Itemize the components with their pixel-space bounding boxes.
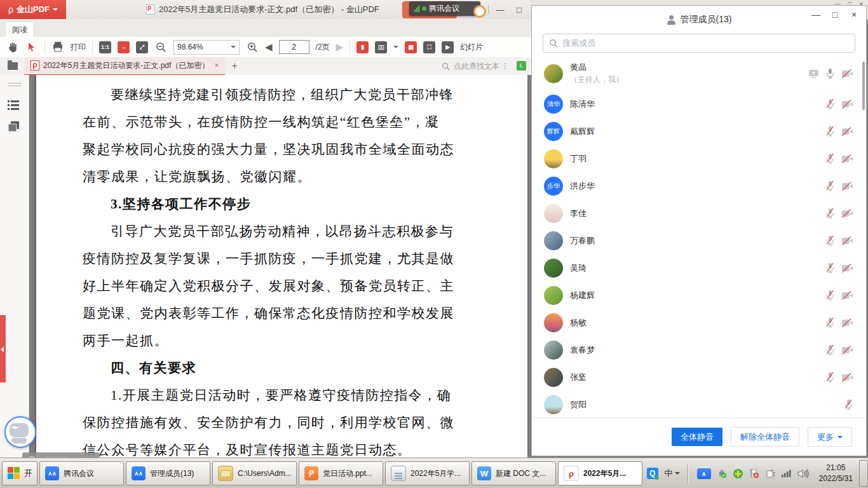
single-page-icon[interactable]: ▮ <box>356 41 369 53</box>
maximize-button[interactable]: □ <box>510 5 529 15</box>
mic-muted-icon[interactable] <box>825 290 835 301</box>
camera-off-icon[interactable] <box>841 264 853 273</box>
taskbar-button[interactable]: 2022年5月学... <box>385 461 470 485</box>
rail-grip-icon[interactable] <box>8 83 21 84</box>
chevron-down-icon[interactable] <box>393 46 398 48</box>
mic-muted-icon[interactable] <box>825 126 835 137</box>
assistant-robot-icon[interactable] <box>4 416 36 448</box>
thumbnails-panel-icon[interactable] <box>7 121 20 135</box>
ime-indicator[interactable]: 中 <box>665 468 680 479</box>
taskbar-button[interactable]: ∧∧腾讯会议 <box>39 461 124 485</box>
usb-device-icon[interactable] <box>717 468 727 478</box>
taskbar-button[interactable]: W新建 DOC 文... <box>471 461 556 485</box>
page-number-input[interactable]: 2 <box>279 40 309 54</box>
more-button[interactable]: 更多 <box>808 427 852 447</box>
mute-all-button[interactable]: 全体静音 <box>672 428 722 446</box>
action-center-flag-icon[interactable] <box>749 468 759 478</box>
mic-muted-icon[interactable] <box>825 372 835 383</box>
camera-off-icon[interactable] <box>841 373 853 382</box>
camera-off-icon[interactable] <box>841 100 853 109</box>
camera-off-icon[interactable] <box>841 182 853 191</box>
network-signal-icon[interactable] <box>781 469 792 478</box>
new-tab-button[interactable]: + <box>231 60 237 72</box>
outline-panel-icon[interactable] <box>7 99 20 113</box>
tab-close-icon[interactable]: × <box>214 61 219 70</box>
camera-off-icon[interactable] <box>841 69 853 78</box>
screen-share-icon[interactable] <box>808 69 819 78</box>
taskbar-button[interactable]: ᑭ党日活动.ppt... <box>299 461 383 485</box>
start-button[interactable]: 开始 <box>2 461 37 485</box>
qq-tray-icon[interactable]: Q <box>647 468 658 479</box>
more-options-icon[interactable]: ⋮ <box>501 62 510 71</box>
select-tool-icon[interactable] <box>25 41 38 53</box>
camera-off-icon[interactable] <box>841 127 853 136</box>
close-button[interactable]: × <box>848 10 860 20</box>
member-row[interactable]: 杨敏 <box>532 309 866 336</box>
fit-width-icon[interactable]: ↔ <box>118 41 130 53</box>
fullscreen-icon[interactable]: ⛶ <box>423 41 435 53</box>
fit-page-icon[interactable]: ⤢ <box>136 41 148 53</box>
maximize-button[interactable]: □ <box>829 10 841 20</box>
show-desktop-button[interactable] <box>859 460 868 487</box>
taskbar-button[interactable]: ∧∧管理成员(13) <box>126 461 210 485</box>
mic-muted-icon[interactable] <box>825 344 835 355</box>
meeting-chat-quick-bar[interactable]: 说点什么... ‹ <box>22 452 100 458</box>
continuous-view-icon[interactable]: ▤ <box>405 41 417 53</box>
login-avatar-chip[interactable]: L <box>517 61 526 71</box>
power-plug-icon[interactable] <box>765 468 775 478</box>
zoom-in-icon[interactable] <box>246 41 259 53</box>
mic-muted-icon[interactable] <box>825 98 835 109</box>
volume-icon[interactable] <box>797 469 809 478</box>
camera-off-icon[interactable] <box>841 154 853 163</box>
previous-page-button[interactable]: ◀ <box>265 41 273 53</box>
mic-muted-icon[interactable] <box>825 180 835 191</box>
member-row[interactable]: 万春鹏 <box>532 227 866 254</box>
meeting-tray-icon[interactable]: ∧ <box>697 468 711 479</box>
hand-tool-icon[interactable] <box>6 41 19 53</box>
camera-off-icon[interactable] <box>841 209 853 218</box>
tab-read[interactable]: 阅读 <box>5 22 34 37</box>
print-group[interactable]: 打印 <box>45 40 93 54</box>
kingsoft-pdf-menu-button[interactable]: ρ 金山PDF <box>0 0 66 19</box>
zoom-out-icon[interactable] <box>154 41 167 53</box>
slideshow-icon[interactable]: ▶ <box>442 41 454 53</box>
member-row[interactable]: 张坚 <box>532 363 866 391</box>
actual-size-icon[interactable]: 1:1 <box>99 41 111 53</box>
member-row[interactable]: 贺阳 <box>532 391 866 418</box>
find-text-button[interactable]: 点此查找文本 <box>442 57 499 75</box>
mic-muted-icon[interactable] <box>825 208 835 219</box>
taskbar-button[interactable]: C:\Users\Adm... <box>212 461 297 485</box>
member-row[interactable]: 清华陈清华 <box>532 90 866 118</box>
unmute-all-button[interactable]: 解除全体静音 <box>731 427 799 447</box>
taskbar-button[interactable]: ρ2022年5月... <box>558 461 642 485</box>
member-row[interactable]: 丁羽 <box>532 145 866 172</box>
mic-muted-icon[interactable] <box>825 262 835 273</box>
member-row[interactable]: 袁春梦 <box>532 336 866 363</box>
camera-off-icon[interactable] <box>841 236 853 245</box>
next-page-button[interactable]: ▶ <box>336 41 344 53</box>
scrollbar-thumb[interactable] <box>862 62 865 110</box>
camera-off-icon[interactable] <box>841 318 853 327</box>
member-row[interactable]: 吴琦 <box>532 254 866 281</box>
mic-muted-icon[interactable] <box>825 153 835 164</box>
camera-off-icon[interactable] <box>841 291 853 300</box>
member-row[interactable]: 步华洪步华 <box>532 172 866 200</box>
minimize-button[interactable]: — <box>491 5 510 15</box>
document-tab[interactable]: ρ 2022年5月主题党日活动要求-正文.pdf（已加密） × <box>24 57 225 76</box>
meeting-floating-bar[interactable]: 腾讯会议 <box>400 0 471 19</box>
mic-on-icon[interactable] <box>825 68 835 79</box>
member-row[interactable]: 杨建辉 <box>532 281 866 309</box>
member-row[interactable]: 辉辉戴辉辉 <box>532 118 866 145</box>
minimize-button[interactable]: — <box>810 10 822 20</box>
open-file-icon[interactable] <box>8 62 18 70</box>
taskbar-clock[interactable]: 21:05 2022/5/31 <box>819 463 853 485</box>
mic-muted-icon[interactable] <box>825 235 835 246</box>
zoom-level-select[interactable]: 98.64% <box>173 40 240 55</box>
vip-ring-icon[interactable] <box>473 5 486 18</box>
antivirus-icon[interactable] <box>733 468 743 479</box>
member-row[interactable]: 李佳 <box>532 200 866 227</box>
camera-off-icon[interactable] <box>841 346 853 355</box>
member-row[interactable]: 黄晶（主持人，我） <box>532 57 866 90</box>
search-members-input[interactable]: 搜索成员 <box>543 34 855 53</box>
collapsed-panel-handle[interactable] <box>0 315 6 383</box>
